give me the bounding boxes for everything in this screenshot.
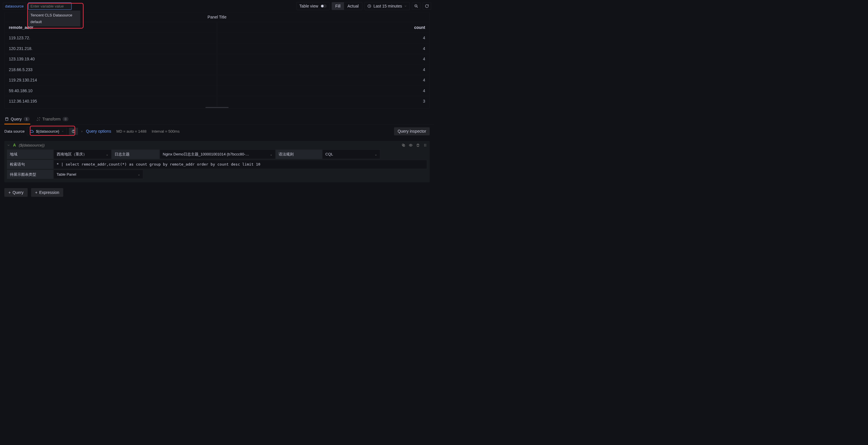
add-query-button[interactable]: + Query <box>4 188 28 197</box>
zoom-out-button[interactable] <box>412 3 421 10</box>
cell-count: 4 <box>217 33 425 43</box>
cloud-icon <box>30 129 34 134</box>
variable-value-wrapper: Tencent CLS Datasource default <box>28 2 71 10</box>
tab-query[interactable]: Query 1 <box>4 114 30 125</box>
syntax-label: 语法规则 <box>276 150 322 159</box>
table-row[interactable]: 119.29.130.2144 <box>5 75 430 85</box>
copy-icon <box>402 143 405 147</box>
region-label: 地域 <box>7 150 53 159</box>
cell-count: 4 <box>217 43 425 54</box>
zoom-out-icon <box>414 4 418 8</box>
drag-icon <box>423 143 427 147</box>
plus-icon: + <box>8 190 11 195</box>
datasource-variable-label[interactable]: datasource <box>3 3 26 10</box>
data-source-help-button[interactable] <box>69 128 78 135</box>
eye-icon <box>409 143 412 147</box>
data-source-label: Data source <box>4 129 25 134</box>
table-row[interactable]: 119.123.72.4 <box>5 33 430 43</box>
cell-count: 4 <box>217 54 425 64</box>
table-row[interactable]: 120.231.218.4 <box>5 43 430 54</box>
table-row[interactable]: 123.139.19.404 <box>5 54 430 64</box>
tab-query-badge: 1 <box>24 117 30 122</box>
variable-option[interactable]: Tencent CLS Datasource <box>28 11 80 19</box>
toggle-switch-icon <box>320 4 327 8</box>
tab-query-label: Query <box>11 117 22 122</box>
cell-addr: 218.66.5.233 <box>9 64 217 75</box>
transform-icon <box>36 117 40 121</box>
chevron-down-icon: ⌄ <box>106 152 108 156</box>
refresh-button[interactable] <box>423 3 431 10</box>
toggle-query-visibility-button[interactable] <box>409 143 412 147</box>
tab-transform[interactable]: Transform 0 <box>36 114 69 125</box>
query-inspector-button[interactable]: Query inspector <box>394 127 430 135</box>
column-header-count[interactable]: count <box>217 22 425 33</box>
region-value: 西南地区（重庆） <box>57 152 87 157</box>
search-query-label: 检索语句 <box>7 160 53 169</box>
drag-handle[interactable] <box>423 143 427 147</box>
svg-point-15 <box>426 146 426 146</box>
chart-type-select[interactable]: Table Panel ⌄ <box>54 170 143 179</box>
database-icon <box>5 117 9 121</box>
svg-point-4 <box>5 117 8 118</box>
data-source-value: ${datasource} <box>36 129 59 134</box>
md-info: MD = auto = 1488 <box>116 129 146 134</box>
table-row[interactable]: 59.40.186.104 <box>5 85 430 96</box>
refresh-icon <box>425 4 429 8</box>
chevron-down-icon: ⌄ <box>138 172 140 176</box>
svg-line-2 <box>416 7 418 8</box>
svg-point-13 <box>426 145 426 145</box>
duplicate-query-button[interactable] <box>402 143 405 147</box>
svg-point-11 <box>426 144 426 144</box>
data-source-row: Data source ${datasource} › Query option… <box>0 125 434 138</box>
actual-button[interactable]: Actual <box>344 2 362 10</box>
topic-value: Nginx Demo日志主题_100001001014 (b7bccc80-… <box>163 152 249 157</box>
chevron-down-icon: ⌄ <box>270 152 273 156</box>
query-datasource-hint: (${datasource}) <box>19 143 44 148</box>
variable-dropdown: Tencent CLS Datasource default <box>28 10 80 26</box>
data-source-picker[interactable]: ${datasource} <box>27 127 66 136</box>
query-header: A (${datasource}) <box>4 141 430 150</box>
svg-point-9 <box>410 145 411 146</box>
svg-point-10 <box>424 144 425 144</box>
bottom-actions: + Query + Expression <box>0 185 434 200</box>
query-letter: A <box>13 143 16 148</box>
chart-type-label: 待展示图表类型 <box>7 170 53 179</box>
chevron-down-icon[interactable] <box>7 144 10 147</box>
svg-point-12 <box>424 145 425 145</box>
interval-info: Interval = 500ms <box>152 129 179 134</box>
query-options-link[interactable]: Query options <box>86 129 111 134</box>
region-select[interactable]: 西南地区（重庆） ⌄ <box>54 150 112 159</box>
chevron-down-icon <box>61 130 64 133</box>
cell-addr: 112.36.140.195 <box>9 96 217 107</box>
svg-point-6 <box>73 132 74 132</box>
cell-count: 4 <box>217 75 425 85</box>
cell-addr: 120.231.218. <box>9 43 217 54</box>
variable-value-input[interactable] <box>28 2 71 10</box>
chevron-down-icon: ⌄ <box>375 152 377 156</box>
search-query-input[interactable]: * | select remote_addr,count(*) as count… <box>54 160 427 169</box>
horizontal-scrollbar[interactable] <box>5 107 430 109</box>
syntax-select[interactable]: CQL ⌄ <box>322 150 380 159</box>
clock-icon <box>368 4 372 8</box>
tab-transform-badge: 0 <box>63 117 69 122</box>
chevron-right-icon[interactable]: › <box>80 130 84 133</box>
svg-point-14 <box>424 146 425 146</box>
question-icon <box>71 130 75 133</box>
panel: Panel Title remote_addr count 119.123.72… <box>4 12 430 109</box>
fill-button[interactable]: Fill <box>332 2 344 10</box>
plus-icon: + <box>35 190 37 195</box>
data-table: remote_addr count 119.123.72.4120.231.21… <box>5 22 430 107</box>
chevron-down-icon <box>404 5 407 7</box>
query-tabs: Query 1 Transform 0 <box>0 114 434 125</box>
variable-option[interactable]: default <box>28 19 80 26</box>
cell-count: 3 <box>217 96 425 107</box>
add-expression-button[interactable]: + Expression <box>31 188 63 197</box>
query-editor: A (${datasource}) 地域 <box>4 141 430 183</box>
topic-select[interactable]: Nginx Demo日志主题_100001001014 (b7bccc80-… … <box>160 150 275 159</box>
table-row[interactable]: 112.36.140.1953 <box>5 96 430 107</box>
table-view-toggle[interactable]: Table view <box>297 2 329 10</box>
cell-addr: 123.139.19.40 <box>9 54 217 64</box>
time-range-picker[interactable]: Last 15 minutes <box>365 2 410 10</box>
table-row[interactable]: 218.66.5.2334 <box>5 64 430 75</box>
delete-query-button[interactable] <box>416 143 420 147</box>
